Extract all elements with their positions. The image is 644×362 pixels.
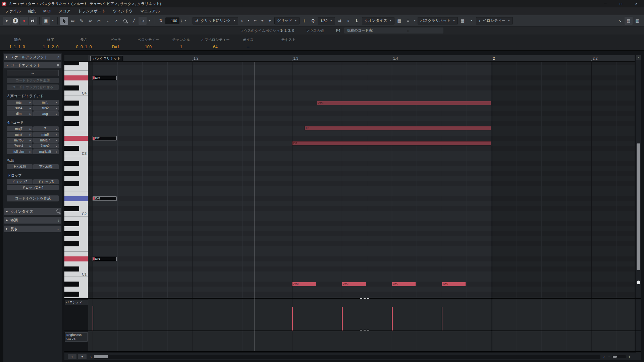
- step-input-button[interactable]: +: [266, 17, 274, 25]
- key-A#0[interactable]: [64, 282, 79, 287]
- nudge-down-button[interactable]: ▼: [246, 17, 252, 25]
- key-E3[interactable]: [64, 131, 88, 136]
- key-B1[interactable]: [64, 216, 88, 221]
- nudge-left-button[interactable]: ⇤: [252, 17, 258, 25]
- key-E1[interactable]: [64, 251, 88, 256]
- chord4-button-mMaj7[interactable]: mMaj7▶: [33, 138, 59, 143]
- key-F1[interactable]: [64, 246, 88, 251]
- close-button[interactable]: ×: [629, 0, 644, 7]
- key-D1[interactable]: [64, 261, 88, 266]
- key-E2[interactable]: [64, 191, 88, 196]
- horizontal-scroll-track[interactable]: [94, 355, 600, 359]
- note-info-field-6[interactable]: チャンネル1: [172, 38, 190, 49]
- match-chord-track-button[interactable]: コードトラックに合わせる: [7, 84, 59, 90]
- velocity-lane-label[interactable]: ベロシティー: [65, 300, 88, 305]
- key-E4[interactable]: [64, 70, 88, 75]
- chord4-button-min7[interactable]: min7▶: [7, 132, 33, 137]
- key-G#3[interactable]: [64, 111, 79, 116]
- timeline-ruler[interactable]: 1.21.31.422.2: [88, 55, 635, 62]
- scroll-up-button[interactable]: ▲: [636, 55, 641, 60]
- inversion-button-[interactable]: 上へ移動: [7, 164, 33, 169]
- vertical-scroll-thumb[interactable]: [637, 143, 640, 270]
- zoom-out-button[interactable]: −: [607, 354, 611, 359]
- menu-item-7[interactable]: マニュアル: [137, 7, 164, 15]
- scroll-left-button[interactable]: ‹: [89, 354, 93, 359]
- list-dropdown[interactable]: ▼: [413, 17, 417, 25]
- midi-note-D#2[interactable]: D#2: [93, 196, 117, 201]
- color-scheme-button[interactable]: ▦: [395, 17, 403, 25]
- list-button[interactable]: ≡: [404, 17, 412, 25]
- glue-tool[interactable]: ⌣: [104, 17, 112, 25]
- triad-button-sus2[interactable]: sus2▶: [33, 106, 59, 111]
- drop-button-3[interactable]: ドロップ3: [33, 179, 59, 184]
- chord4-button-7[interactable]: 7▶: [33, 126, 59, 131]
- velocity-stalk[interactable]: [342, 307, 343, 330]
- nudge-up-button[interactable]: ▲: [239, 17, 245, 25]
- triad-button-sus4[interactable]: sus4▶: [7, 106, 33, 111]
- draw-tool[interactable]: ✎: [77, 17, 86, 25]
- key-F#3[interactable]: [64, 121, 79, 126]
- velocity-stalk[interactable]: [292, 307, 293, 330]
- chord4-button-min6[interactable]: min6▶: [33, 132, 59, 137]
- triad-button-maj[interactable]: maj▶: [7, 100, 33, 105]
- key-B2[interactable]: [64, 156, 88, 161]
- cc-lane[interactable]: [88, 331, 635, 351]
- grid-velocity-divider[interactable]: [64, 298, 641, 299]
- apply-quantize-button[interactable]: ⇉: [336, 17, 344, 25]
- pin-button[interactable]: ➤: [3, 17, 11, 25]
- key-D#3[interactable]: [64, 136, 88, 141]
- menu-item-1[interactable]: ファイル: [1, 7, 24, 15]
- velocity-stalk[interactable]: [392, 307, 393, 330]
- velocity-lane[interactable]: [88, 299, 635, 330]
- key-A2[interactable]: [64, 166, 88, 171]
- midi-note-A#3[interactable]: A#3: [317, 101, 491, 105]
- grid-type-combo[interactable]: グリッド▼: [274, 17, 300, 24]
- chord4-button-fulldim[interactable]: full dim▶: [7, 149, 33, 154]
- key-D4[interactable]: [64, 80, 88, 85]
- midi-note-D#3[interactable]: D#3: [93, 136, 117, 140]
- midi-note-D#1[interactable]: D#1: [93, 257, 117, 261]
- lane-resize-handle[interactable]: [360, 298, 369, 299]
- section-scale-assistant[interactable]: ▶ スケールアシスタント ♫: [4, 54, 61, 60]
- erase-tool[interactable]: ▱: [86, 17, 94, 25]
- minimize-button[interactable]: ─: [598, 0, 613, 7]
- note-grid[interactable]: D#4D#3D#2D#1A#3F3D3A#0A#0A#0A#0: [88, 62, 635, 299]
- chord4-button-7sus4[interactable]: 7sus4▶: [7, 143, 33, 148]
- midi-note-D3[interactable]: D3: [292, 141, 491, 145]
- key-C#3[interactable]: [64, 146, 79, 151]
- window-layout-button[interactable]: ↘: [616, 17, 624, 25]
- zoom-preset-menu-button[interactable]: ▼: [78, 354, 87, 359]
- scroll-right-button[interactable]: ›: [602, 354, 606, 359]
- quantize-preset-combo[interactable]: 1/32▼: [318, 17, 335, 24]
- autoscroll-dropdown[interactable]: ▼: [147, 17, 152, 25]
- lane-resize-handle[interactable]: [360, 330, 369, 330]
- right-zone-toggle[interactable]: ▥: [633, 17, 641, 25]
- solo-editor-button[interactable]: S: [11, 17, 19, 25]
- menu-item-6[interactable]: ウィンドウ: [109, 7, 137, 15]
- key-D#2[interactable]: [64, 196, 88, 201]
- grid-relative-button[interactable]: -|-: [300, 17, 308, 25]
- key-F2[interactable]: [64, 186, 88, 191]
- velocity-stalk[interactable]: [442, 307, 443, 330]
- note-info-field-1[interactable]: 開始1. 1. 1. 0: [9, 38, 25, 49]
- midi-note-A#0[interactable]: A#0: [392, 282, 416, 286]
- midi-note-A#0[interactable]: A#0: [342, 282, 366, 286]
- key-A#2[interactable]: [64, 161, 79, 166]
- key-F#4[interactable]: [64, 62, 79, 65]
- acoustic-feedback-button[interactable]: [29, 17, 37, 25]
- zoom-tool[interactable]: [121, 17, 129, 25]
- key-G#2[interactable]: [64, 171, 79, 176]
- midi-note-A#0[interactable]: A#0: [292, 282, 316, 286]
- record-in-editor-button[interactable]: ●: [20, 17, 28, 25]
- chord4-button-maj7[interactable]: maj7▶: [7, 126, 33, 131]
- key-B0[interactable]: [64, 277, 88, 282]
- menu-item-2[interactable]: 編集: [24, 7, 40, 15]
- triad-button-min[interactable]: min.▶: [33, 100, 59, 105]
- velocity-cc-divider[interactable]: [64, 330, 641, 331]
- triad-button-dim[interactable]: dim▶: [7, 111, 33, 116]
- midi-note-F3[interactable]: F3: [305, 126, 491, 130]
- key-G1[interactable]: [64, 236, 88, 241]
- triad-button-aug[interactable]: aug▶: [33, 111, 59, 116]
- section-length[interactable]: ▶ 長さ ↔: [4, 226, 61, 232]
- left-zone-toggle[interactable]: ▤: [625, 17, 633, 25]
